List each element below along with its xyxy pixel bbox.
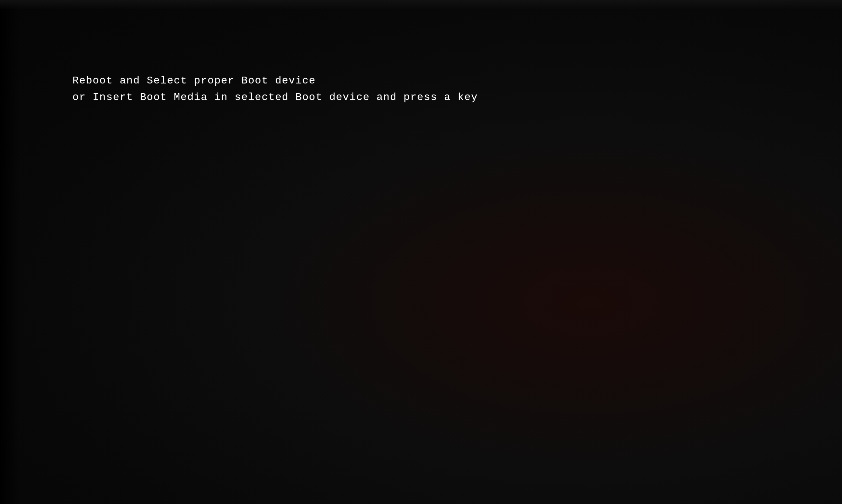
bios-screen: Reboot and Select proper Boot device or … <box>0 0 842 504</box>
boot-line-1: Reboot and Select proper Boot device <box>72 72 478 89</box>
boot-line-2: or Insert Boot Media in selected Boot de… <box>72 89 478 106</box>
boot-message-container: Reboot and Select proper Boot device or … <box>72 72 478 106</box>
